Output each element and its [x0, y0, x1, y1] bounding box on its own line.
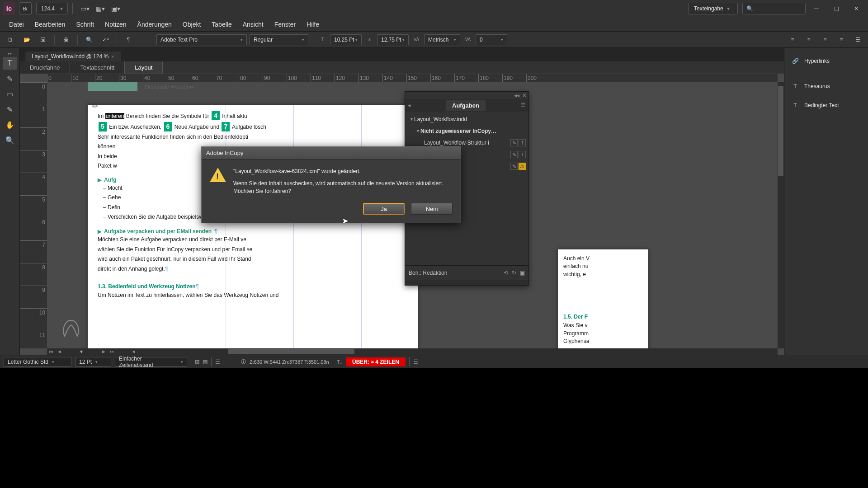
menu-hilfe[interactable]: Hilfe	[301, 17, 325, 31]
cursor-icon: ➤	[342, 216, 349, 226]
page: ✎ ✎ Im unteren Bereich finden Sie die Sy…	[88, 105, 418, 348]
sb-font-dropdown[interactable]: Letter Gothic Std	[4, 357, 71, 367]
align-left-icon[interactable]: ≡	[786, 34, 799, 46]
zoom-tool-icon[interactable]: 🔍	[3, 134, 17, 146]
collapse-icon[interactable]: ◂◂	[514, 92, 519, 99]
font-size-icon: T	[317, 35, 327, 45]
close-panel-icon[interactable]: ✕	[522, 92, 527, 99]
horizontal-scrollbar[interactable]: ⏮ ◀ ▾ ▶ ⏭ ◀	[47, 348, 778, 355]
maximize-button[interactable]: ▢	[827, 2, 845, 15]
menu-notizen[interactable]: Notizen	[99, 17, 132, 31]
status-bar: Letter Gothic Std 12 Pt Einfacher Zeilen…	[0, 355, 868, 368]
app-icon: Ic	[3, 2, 15, 15]
align-right-icon[interactable]: ≡	[818, 34, 832, 46]
menu-datei[interactable]: Datei	[4, 17, 29, 31]
minimize-button[interactable]: —	[807, 2, 826, 15]
selected-text: unteren	[105, 113, 125, 119]
menu-objekt[interactable]: Objekt	[177, 17, 206, 31]
zoom-dropdown[interactable]: 124,4	[36, 3, 68, 14]
view-tab-story[interactable]: Textabschnitt	[70, 61, 125, 74]
panel-menu-icon[interactable]: ☰	[851, 34, 864, 46]
overset-indicator[interactable]: ÜBER: ≈ 4 ZEILEN	[346, 357, 406, 366]
close-button[interactable]: ✕	[847, 2, 865, 15]
panel-hyperlinks[interactable]: 🔗Hyperlinks	[784, 52, 868, 70]
document-tab[interactable]: Layout_Workflow.indd @ 124 % ×	[25, 52, 121, 61]
confirm-dialog: Adobe InCopy "Layout_Workflow-kave-63824…	[201, 146, 461, 223]
thesaurus-icon: T	[791, 82, 800, 91]
font-family-dropdown[interactable]: Adobe Text Pro	[156, 34, 247, 45]
sb-column-icon[interactable]: ▥	[195, 359, 199, 365]
search-input[interactable]: 🔍	[742, 3, 806, 14]
vertical-scrollbar[interactable]	[778, 82, 784, 348]
panel-conditional-text[interactable]: TBedingter Text	[784, 96, 868, 115]
panel-thesaurus[interactable]: TThesaurus	[784, 77, 868, 96]
position-tool-icon[interactable]: ▭	[3, 88, 17, 100]
assignments-tab[interactable]: Aufgaben	[446, 100, 486, 111]
sb-size-dropdown[interactable]: 12 Pt	[75, 357, 111, 367]
right-panels: 🔗Hyperlinks TThesaurus TBedingter Text	[784, 48, 868, 355]
tracking-icon: VA	[463, 35, 473, 45]
leading-dropdown[interactable]: 12,75 Pt	[377, 34, 409, 45]
last-page-icon[interactable]: ⏭	[108, 348, 116, 355]
menu-aenderungen[interactable]: Änderungen	[132, 17, 177, 31]
yes-button[interactable]: Ja	[363, 203, 405, 215]
tree-root[interactable]: ▼Layout_Workflow.indd	[405, 113, 528, 125]
first-page-icon[interactable]: ⏮	[47, 348, 55, 355]
dialog-message-2: Wenn Sie den Inhalt auschecken, wird aut…	[233, 180, 453, 195]
arrange-icon[interactable]: ▦▾	[94, 3, 107, 14]
warning-icon: ⚠	[519, 163, 526, 170]
sb-info-icon: ⓘ	[241, 358, 246, 365]
sb-coords: Z:630 W:5441 Zn:37387 T:3501,08n	[250, 359, 329, 365]
page-2-fragment: Auch ein V einfach nu wichtig, e 1.5. De…	[558, 249, 648, 348]
view-tab-layout[interactable]: Layout	[125, 61, 163, 74]
font-size-dropdown[interactable]: 10,25 Pt	[330, 34, 362, 45]
sb-overset-icon: T↓	[337, 359, 342, 365]
update-content-icon[interactable]: ⟲	[504, 270, 508, 276]
edit-icon[interactable]: ✎	[510, 151, 518, 158]
spellcheck-icon[interactable]: ✓ᵃ	[99, 34, 112, 46]
menu-ansicht[interactable]: Ansicht	[237, 17, 269, 31]
type-tool-icon[interactable]: T	[3, 57, 17, 70]
view-tab-galley[interactable]: Druckfahne	[20, 61, 70, 74]
kerning-dropdown[interactable]: Metrisch	[424, 34, 460, 45]
dialog-title: Adobe InCopy	[202, 147, 461, 160]
leading-icon: ꠵	[364, 35, 374, 45]
hand-tool-icon[interactable]: ✋	[3, 118, 17, 131]
screen-mode-icon[interactable]: ▣▾	[109, 3, 123, 14]
sb-para-icon[interactable]: ▤	[203, 359, 208, 365]
no-button[interactable]: Nein	[411, 203, 453, 215]
sb-spacing-dropdown[interactable]: Einfacher Zeilenabstand	[115, 357, 187, 367]
print-icon[interactable]: 🖶	[59, 34, 73, 46]
font-style-dropdown[interactable]: Regular	[250, 34, 308, 45]
align-center-icon[interactable]: ≡	[802, 34, 816, 46]
tree-unassigned[interactable]: ▼Nicht zugewiesener InCopy…	[405, 125, 528, 137]
tracking-dropdown[interactable]: 0	[476, 34, 507, 45]
hyperlinks-icon: 🔗	[791, 56, 800, 66]
menu-schrift[interactable]: Schrift	[71, 17, 99, 31]
vertical-ruler: 01234567891011	[20, 82, 47, 348]
prev-page-icon[interactable]: ◀	[55, 348, 63, 355]
checkout-icon[interactable]: ▣	[520, 270, 525, 276]
text-icon: T	[519, 151, 526, 158]
pilcrow-icon[interactable]: ¶	[122, 34, 135, 46]
save-icon[interactable]: 🖫	[36, 34, 50, 46]
conditional-text-icon: T	[791, 101, 800, 110]
bridge-icon[interactable]: Br	[19, 2, 32, 15]
note-tool-icon[interactable]: ✎	[3, 72, 17, 85]
next-page-icon[interactable]: ▶	[99, 348, 108, 355]
edit-icon[interactable]: ✎	[510, 139, 518, 146]
panel-menu-icon[interactable]: ☰	[521, 102, 526, 108]
refresh-icon[interactable]: ↻	[512, 270, 516, 276]
workspace-dropdown[interactable]: Texteingabe	[688, 3, 738, 14]
menu-tabelle[interactable]: Tabelle	[206, 17, 237, 31]
find-icon[interactable]: 🔍	[82, 34, 96, 46]
new-icon[interactable]: 🗋	[4, 34, 17, 46]
edit-icon[interactable]: ✎	[510, 163, 518, 170]
menu-fenster[interactable]: Fenster	[269, 17, 301, 31]
menu-bearbeiten[interactable]: Bearbeiten	[29, 17, 71, 31]
align-justify-icon[interactable]: ≡	[835, 34, 848, 46]
close-tab-icon[interactable]: ×	[111, 54, 114, 59]
eyedropper-tool-icon[interactable]: ✎	[3, 103, 17, 116]
view-mode-icon[interactable]: ▭▾	[78, 3, 92, 14]
open-icon[interactable]: 📂	[20, 34, 33, 46]
